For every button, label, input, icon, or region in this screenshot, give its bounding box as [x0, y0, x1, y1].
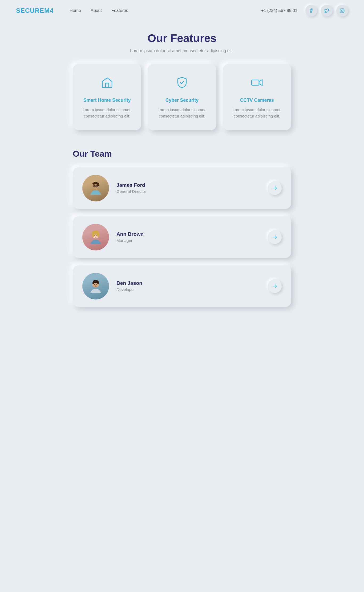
facebook-button[interactable]	[305, 5, 317, 17]
instagram-button[interactable]	[336, 5, 348, 17]
feature-desc-cyber: Lorem ipsum dolor sit amet, consectetur …	[155, 107, 209, 120]
svg-point-16	[92, 232, 94, 237]
nav-links: Home About Features	[70, 8, 258, 13]
svg-point-7	[96, 183, 99, 185]
nav-link-features[interactable]: Features	[111, 8, 128, 13]
team-role-ann: Manager	[116, 238, 260, 243]
team-name-james: James Ford	[116, 182, 260, 188]
team-role-ben: Developer	[116, 287, 260, 292]
team-info-james: James Ford General Director	[116, 182, 260, 194]
team-name-ann: Ann Brown	[116, 231, 260, 237]
home-icon	[80, 76, 134, 92]
arrow-right-icon	[272, 234, 278, 240]
team-role-james: General Director	[116, 189, 260, 194]
svg-point-24	[94, 284, 95, 285]
twitter-icon	[324, 8, 329, 13]
feature-title-cctv: CCTV Cameras	[230, 98, 284, 103]
team-card-ben: Ben Jason Developer	[73, 265, 291, 307]
svg-point-17	[97, 232, 100, 237]
nav-link-about[interactable]: About	[91, 8, 102, 13]
features-grid: Smart Home Security Lorem ipsum dolor si…	[73, 64, 291, 130]
avatar-ben	[82, 273, 109, 299]
camera-icon	[230, 76, 284, 92]
features-subtitle: Lorem ipsum dolor sit amet, consectetur …	[73, 48, 291, 53]
features-section: Our Features Lorem ipsum dolor sit amet,…	[73, 32, 291, 130]
nav-link-home[interactable]: Home	[70, 8, 81, 13]
features-title: Our Features	[73, 32, 291, 45]
team-section: Our Team	[73, 149, 291, 307]
svg-rect-0	[340, 9, 344, 13]
svg-point-26	[95, 285, 96, 286]
arrow-right-icon	[272, 283, 278, 289]
feature-desc-cctv: Lorem ipsum dolor sit amet, consectetur …	[230, 107, 284, 120]
team-info-ann: Ann Brown Manager	[116, 231, 260, 243]
feature-card-smart-home: Smart Home Security Lorem ipsum dolor si…	[73, 64, 141, 130]
feature-card-cyber: Cyber Security Lorem ipsum dolor sit ame…	[148, 64, 216, 130]
feature-card-cctv: CCTV Cameras Lorem ipsum dolor sit amet,…	[223, 64, 291, 130]
site-logo[interactable]: SECUREM4	[16, 7, 54, 14]
main-content: Our Features Lorem ipsum dolor sit amet,…	[67, 21, 297, 328]
svg-point-19	[96, 235, 97, 236]
shield-icon	[155, 76, 209, 92]
navbar: SECUREM4 Home About Features +1 (234) 56…	[0, 0, 364, 21]
svg-point-18	[94, 235, 95, 236]
svg-point-1	[341, 10, 343, 11]
team-arrow-ben[interactable]	[268, 279, 282, 293]
twitter-button[interactable]	[321, 5, 333, 17]
team-card-ann: Ann Brown Manager	[73, 216, 291, 258]
svg-point-25	[96, 284, 97, 285]
team-name-ben: Ben Jason	[116, 280, 260, 286]
feature-title-smart-home: Smart Home Security	[80, 98, 134, 103]
svg-rect-3	[252, 80, 259, 85]
team-info-ben: Ben Jason Developer	[116, 280, 260, 292]
avatar-ann	[82, 224, 109, 250]
team-title: Our Team	[73, 149, 291, 159]
team-cards: James Ford General Director	[73, 167, 291, 307]
svg-point-23	[97, 282, 99, 284]
arrow-right-icon	[272, 185, 278, 191]
feature-title-cyber: Cyber Security	[155, 98, 209, 103]
svg-point-22	[92, 282, 94, 284]
feature-desc-smart-home: Lorem ipsum dolor sit amet, consectetur …	[80, 107, 134, 120]
nav-phone: +1 (234) 567 89 01	[261, 8, 297, 13]
nav-socials	[305, 5, 348, 17]
team-card-james: James Ford General Director	[73, 167, 291, 209]
team-arrow-james[interactable]	[268, 181, 282, 195]
svg-point-2	[343, 9, 343, 10]
avatar-james	[82, 175, 109, 201]
facebook-icon	[309, 8, 314, 13]
team-arrow-ann[interactable]	[268, 230, 282, 244]
instagram-icon	[340, 8, 345, 13]
